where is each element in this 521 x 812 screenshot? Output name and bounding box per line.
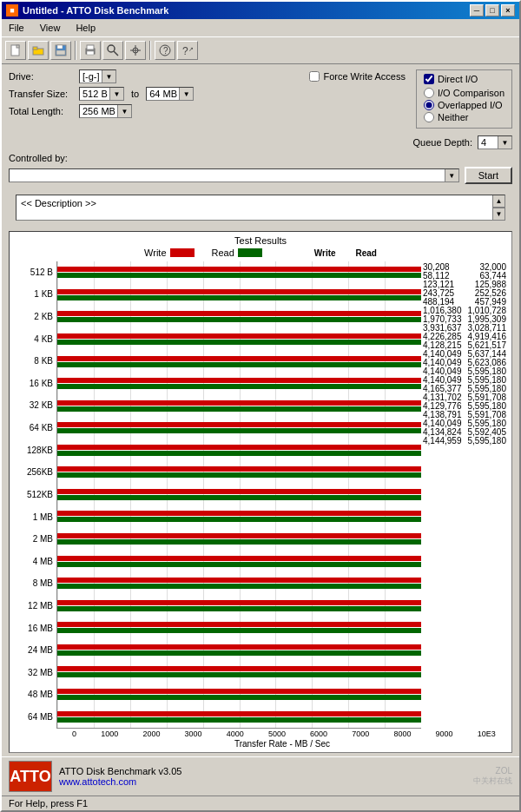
scroll-down-button[interactable]: ▼ xyxy=(493,208,505,220)
main-window: ■ Untitled - ATTO Disk Benchmark ─ □ × F… xyxy=(0,0,521,812)
direct-io-checkbox[interactable] xyxy=(424,74,434,84)
bars-area xyxy=(56,261,421,729)
overlapped-io-row: Overlapped I/O xyxy=(424,100,505,110)
chart-legend: Write Read Write Read xyxy=(13,248,508,258)
write-bar xyxy=(57,533,421,538)
neither-radio[interactable] xyxy=(424,112,434,122)
menu-view[interactable]: View xyxy=(36,22,64,34)
transfer-size-row: Transfer Size: 512 B ▼ to 64 MB ▼ xyxy=(9,87,302,101)
row-label: 12 MB xyxy=(13,602,53,611)
queue-depth-select[interactable]: 4 xyxy=(478,135,512,149)
bar-pair xyxy=(57,688,421,700)
app-name: ATTO Disk Benchmark v3.05 xyxy=(59,766,181,776)
save-button[interactable] xyxy=(50,41,71,60)
website-link[interactable]: www.attotech.com xyxy=(59,776,136,787)
force-write-checkbox[interactable] xyxy=(309,71,320,82)
neither-row: Neither xyxy=(424,112,505,122)
chart-area: Test Results Write Read Write Read 512 B… xyxy=(9,231,512,753)
row-label: 512KB xyxy=(13,491,53,499)
scroll-up-button[interactable]: ▲ xyxy=(493,195,505,208)
read-bar xyxy=(57,340,421,345)
menu-file[interactable]: File xyxy=(5,22,28,34)
total-length-wrapper: 256 MB ▼ xyxy=(79,104,132,118)
legend-write-label: Write xyxy=(144,248,166,258)
drive-label: Drive: xyxy=(9,71,74,82)
about-button[interactable]: ?↗ xyxy=(177,41,198,60)
row-label: 1 MB xyxy=(13,513,53,522)
svg-rect-1 xyxy=(16,45,19,48)
chart-title: Test Results xyxy=(13,235,508,246)
x-axis-label: 8000 xyxy=(393,729,411,738)
bar-pair xyxy=(57,399,421,412)
title-bar: ■ Untitled - ATTO Disk Benchmark ─ □ × xyxy=(2,2,519,19)
write-bar xyxy=(57,422,421,427)
write-bar xyxy=(57,356,421,361)
row-label: 16 KB xyxy=(13,380,53,388)
minimize-button[interactable]: ─ xyxy=(470,4,484,17)
row-label: 32 MB xyxy=(13,669,53,677)
controller-select[interactable] xyxy=(9,168,459,182)
svg-line-11 xyxy=(114,51,118,56)
controlled-by-label: Controlled by: xyxy=(9,153,68,163)
open-button[interactable] xyxy=(28,41,49,60)
toolbar-separator-1 xyxy=(75,41,76,60)
legend-read-color xyxy=(238,248,262,257)
maximize-button[interactable]: □ xyxy=(485,4,499,17)
status-bar: For Help, press F1 xyxy=(2,795,519,810)
zol-watermark: ZOL中关村在线 xyxy=(473,766,512,787)
row-label: 24 MB xyxy=(13,646,53,655)
drive-select-wrapper: [-g-] ▼ xyxy=(79,69,116,83)
values-header-area: Write Read xyxy=(314,248,377,258)
bar-pair xyxy=(57,533,421,545)
start-button[interactable]: Start xyxy=(465,167,512,184)
bar-pair xyxy=(57,488,421,500)
crosshair-button[interactable] xyxy=(125,41,146,60)
drive-row: Drive: [-g-] ▼ xyxy=(9,69,302,83)
total-length-select[interactable]: 256 MB xyxy=(79,104,132,118)
description-box: << Description >> ▲ ▼ xyxy=(16,195,505,221)
row-label: 8 KB xyxy=(13,357,53,366)
row-label: 64 MB xyxy=(13,713,53,722)
transfer-from-select[interactable]: 512 B xyxy=(79,87,124,101)
x-axis-label: 1000 xyxy=(101,729,118,738)
row-label: 4 KB xyxy=(13,335,53,344)
app-icon: ■ xyxy=(6,4,18,17)
write-bar xyxy=(57,333,421,339)
row-label: 256KB xyxy=(13,468,53,477)
chart-body: 512 B1 KB2 KB4 KB8 KB16 KB32 KB64 KB128K… xyxy=(13,261,508,729)
bar-pair xyxy=(57,578,421,590)
bar-pair xyxy=(57,288,421,300)
transfer-to-select[interactable]: 64 MB xyxy=(146,87,194,101)
transfer-from-wrapper: 512 B ▼ xyxy=(79,87,124,101)
queue-depth-wrapper: 4 ▼ xyxy=(478,135,512,149)
row-label: 4 MB xyxy=(13,558,53,566)
controlled-by-row: Controlled by: xyxy=(9,153,512,163)
direct-io-label: Direct I/O xyxy=(438,74,478,84)
read-bar xyxy=(57,717,421,723)
bar-pair xyxy=(57,355,421,367)
read-bar xyxy=(57,295,421,300)
write-bar xyxy=(57,689,421,694)
write-bar xyxy=(57,556,421,561)
bar-pair xyxy=(57,311,421,323)
x-axis-label: 10E3 xyxy=(478,729,496,738)
new-button[interactable] xyxy=(5,41,26,60)
legend-write: Write xyxy=(144,248,194,258)
toolbar-separator-2 xyxy=(149,41,151,60)
zoom-button[interactable] xyxy=(102,41,123,60)
drive-select[interactable]: [-g-] xyxy=(79,69,116,83)
description-text: << Description >> xyxy=(21,198,96,208)
read-bar xyxy=(57,672,421,677)
close-button[interactable]: × xyxy=(501,4,515,17)
bar-pair xyxy=(57,422,421,434)
queue-depth-row: Queue Depth: 4 ▼ xyxy=(309,135,512,149)
read-bar xyxy=(57,517,421,522)
bar-pair xyxy=(57,622,421,634)
print-button[interactable] xyxy=(80,41,101,60)
read-value: 5,595,180 xyxy=(468,437,507,446)
io-comparison-radio[interactable] xyxy=(424,88,434,98)
menu-help[interactable]: Help xyxy=(72,22,99,34)
overlapped-io-radio[interactable] xyxy=(424,100,434,110)
help-button[interactable]: ? xyxy=(155,41,175,60)
x-axis-label: 3000 xyxy=(185,729,202,738)
